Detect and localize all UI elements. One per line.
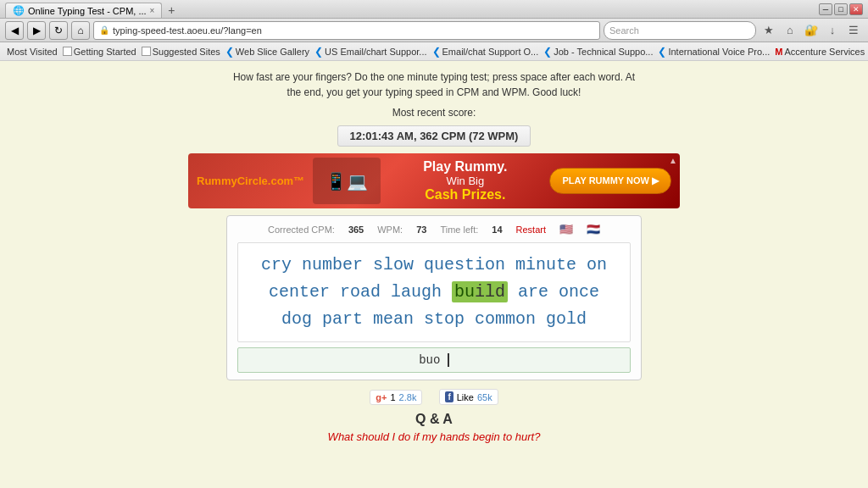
bookmark-suggested-sites[interactable]: Suggested Sites [142,47,220,57]
bookmark-getting-started[interactable]: Getting Started [63,47,136,57]
restart-link[interactable]: Restart [516,225,546,235]
ad-text: Play Rummy. Win Big Cash Prizes. [389,159,541,202]
words-after-current: are once [508,282,599,302]
us-flag-icon: 🇺🇸 [559,223,573,236]
home-icon2[interactable]: ⌂ [781,21,799,40]
ad-devices-image: 📱💻 [313,158,381,204]
menu-icon[interactable]: ☰ [844,21,863,40]
bookmarks-bar: Most Visited Getting Started Suggested S… [0,42,868,61]
ad-tagline: Play Rummy. [389,159,541,175]
time-label: Time left: [440,225,478,235]
ad-win: Win Big [389,175,541,187]
tab-close-icon[interactable]: × [150,6,155,15]
ad-close-button[interactable]: ▲ [669,156,677,165]
bookmark-most-visited[interactable]: Most Visited [7,47,58,57]
checkbox-icon [63,47,72,56]
ad-cta-button[interactable]: PLAY RUMMY NOW ▶ [549,168,671,194]
words-before-current: center road laugh [269,282,452,302]
qa-title: Q & A [328,412,541,427]
gplus-button[interactable]: g+ 1 2.8k [370,390,422,405]
facebook-icon: f [445,391,453,402]
new-tab-button[interactable]: + [162,3,181,18]
fb-count: 65k [477,392,492,402]
download-icon[interactable]: ↓ [823,21,842,40]
qa-question[interactable]: What should I do if my hands begin to hu… [328,430,541,443]
refresh-button[interactable]: ↻ [49,21,68,40]
toolbar-icons: ★ ⌂ 🔐 ↓ ☰ [760,21,863,40]
titlebar: 🌐 Online Typing Test - CPM, ... × + ─ □ … [0,0,868,19]
tab-favicon: 🌐 [13,5,25,16]
lock-icon: 🔒 [99,25,109,35]
cpm-value: 365 [348,225,364,235]
cursor [440,353,448,367]
maximize-button[interactable]: □ [834,3,848,15]
gplus-icon: g+ [376,392,387,402]
bookmark-email-chat[interactable]: ❮ Email/chat Support O... [432,46,539,58]
page-content: How fast are your fingers? Do the one mi… [0,61,868,488]
input-text: buo [419,353,440,367]
words-line1: cry number slow question minute on [250,252,618,279]
active-tab[interactable]: 🌐 Online Typing Test - CPM, ... × [5,3,162,18]
close-button[interactable]: ✕ [849,3,863,15]
bookmark-accenture[interactable]: M Accenture Services Pvt... [775,47,868,57]
remaining-chars: ild [475,282,505,302]
bookmark-intl-voice[interactable]: ❮ International Voice Pro... [658,46,770,58]
gplus-count: 2.8k [399,392,417,402]
typing-input[interactable]: buo [237,347,631,373]
score-label: Most recent score: [392,107,476,119]
words-display: cry number slow question minute on cente… [237,242,631,342]
typing-test-container: Corrected CPM: 365 WPM: 73 Time left: 14… [226,215,642,380]
home-button[interactable]: ⌂ [71,21,90,40]
bookmark-job[interactable]: ❮ Job - Technical Suppo... [543,46,653,58]
search-placeholder: Search [609,25,639,36]
forward-button[interactable]: ▶ [27,21,46,40]
address-bar[interactable]: 🔒 typing-speed-test.aoeu.eu/?lang=en [93,21,600,40]
fb-like-button[interactable]: f Like 65k [439,389,498,405]
ad-prizes: Cash Prizes. [389,187,541,202]
words-line3: dog part mean stop common gold [250,306,618,333]
time-value: 14 [492,225,502,235]
navbar: ◀ ▶ ↻ ⌂ 🔒 typing-speed-test.aoeu.eu/?lan… [0,19,868,42]
search-bar[interactable]: Search [604,21,756,40]
nl-flag-icon: 🇳🇱 [587,223,600,236]
ad-logo-area: RummyCircle.com™ [197,175,304,187]
gplus-label: 1 [390,392,395,402]
lock-icon2[interactable]: 🔐 [802,21,821,40]
page-description: How fast are your fingers? Do the one mi… [233,69,635,100]
main-content: How fast are your fingers? Do the one mi… [197,61,671,488]
stats-bar: Corrected CPM: 365 WPM: 73 Time left: 14… [237,223,631,236]
bookmark-us-email[interactable]: ❮ US Email/chart Suppor... [314,46,426,58]
qa-section: Q & A What should I do if my hands begin… [328,412,541,443]
current-word: build [452,281,508,302]
typed-chars: bu [454,282,475,302]
score-box: 12:01:43 AM, 362 CPM (72 WPM) [337,125,531,147]
words-line2: center road laugh build are once [250,279,618,306]
back-button[interactable]: ◀ [5,21,24,40]
window-controls: ─ □ ✕ [819,3,863,15]
tab-area: 🌐 Online Typing Test - CPM, ... × + [5,0,819,18]
address-text: typing-speed-test.aoeu.eu/?lang=en [113,25,262,36]
ad-brand: RummyCircle.com™ [197,175,304,187]
bookmark-web-slice[interactable]: ❮ Web Slice Gallery [225,46,309,58]
ad-banner[interactable]: RummyCircle.com™ 📱💻 Play Rummy. Win Big … [188,153,680,208]
minimize-button[interactable]: ─ [819,3,832,15]
fb-like-label: Like [457,392,474,402]
social-bar: g+ 1 2.8k f Like 65k [370,389,498,405]
cpm-label: Corrected CPM: [268,225,335,235]
wpm-label: WPM: [377,225,403,235]
tab-title: Online Typing Test - CPM, ... [28,6,147,16]
bookmark-star-icon[interactable]: ★ [760,21,778,40]
checkbox-icon2 [142,47,151,56]
wpm-value: 73 [416,225,426,235]
